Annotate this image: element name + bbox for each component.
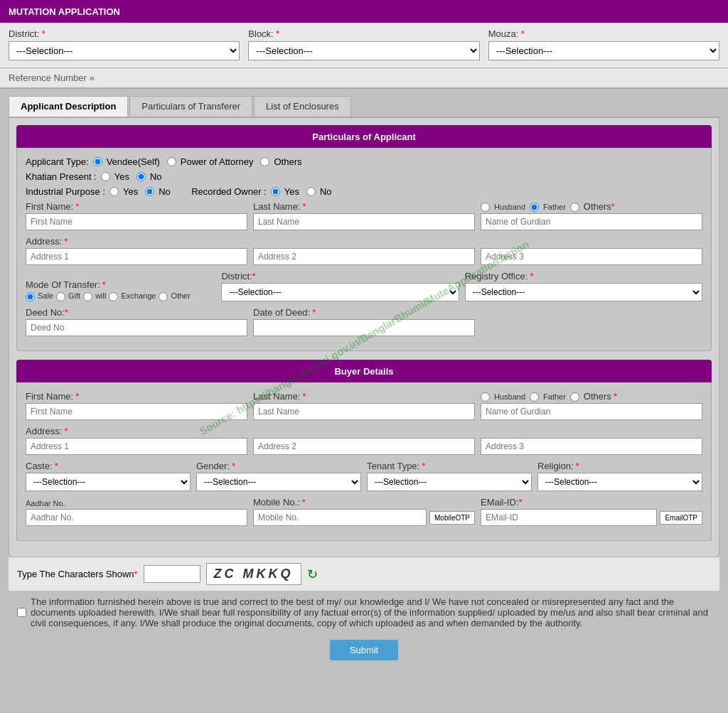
radio-exchange[interactable]	[109, 292, 118, 301]
buyer-address-row: Address: *	[26, 426, 702, 455]
radio-father[interactable]	[530, 203, 539, 212]
radio-recorded-yes[interactable]	[271, 187, 280, 196]
label-power-attorney: Power of Attorney	[181, 156, 254, 167]
mobile-input[interactable]	[253, 509, 427, 526]
mobile-otp-button[interactable]: MobileOTP	[429, 511, 475, 525]
mouza-label: Mouza: *	[488, 28, 719, 39]
label-recorded-yes: Yes	[284, 186, 299, 197]
label-industrial-no: No	[159, 186, 171, 197]
form-container: Source: https://banglarbhumi.gov.in/Bang…	[9, 117, 719, 557]
guardian-name-input[interactable]	[481, 213, 702, 230]
buyer-guardian-input[interactable]	[481, 403, 702, 420]
buyer-address2-input[interactable]	[253, 438, 475, 455]
buyer-address3-input[interactable]	[481, 438, 702, 455]
first-name-input[interactable]	[26, 213, 247, 230]
main-content: Applicant Description Particulars of Tra…	[0, 89, 728, 673]
name-row: First Name: * Last Name: * Husband	[26, 201, 702, 230]
registry-select[interactable]: ---Selection---	[465, 283, 702, 301]
deed-no-input[interactable]	[26, 319, 247, 336]
radio-vendee[interactable]	[93, 157, 102, 166]
district-field-group: District: * ---Selection---	[9, 28, 240, 60]
label-khatian-yes: Yes	[114, 171, 129, 182]
religion-label: Religion: *	[537, 461, 702, 471]
address3-col	[481, 238, 702, 265]
submit-button[interactable]: Submit	[330, 640, 398, 660]
buyer-address-col: Address: *	[26, 426, 247, 455]
address2-input[interactable]	[253, 248, 475, 265]
mouza-select[interactable]: ---Selection---	[488, 41, 719, 60]
label-husband: Husband	[494, 203, 525, 211]
label-buyer-others: Others *	[584, 391, 617, 402]
tab-applicant-description[interactable]: Applicant Description	[9, 96, 128, 117]
email-otp-button[interactable]: EmailOTP	[660, 511, 702, 525]
label-vendee: Vendee(Self)	[107, 156, 160, 167]
applicant-type-label: Applicant Type:	[26, 156, 89, 167]
radio-buyer-others[interactable]	[570, 392, 579, 402]
aadhar-label: Aadhar No.	[26, 499, 247, 508]
label-industrial-yes: Yes	[123, 186, 138, 197]
buyer-contact-row: Aadhar No. Mobile No.: * MobileOTP	[26, 497, 702, 526]
radio-khatian-no[interactable]	[136, 172, 146, 181]
captcha-refresh-icon[interactable]: ↻	[307, 567, 318, 582]
caste-select[interactable]: ---Selection---	[26, 473, 191, 491]
industrial-label: Industrial Purpose :	[26, 186, 105, 197]
block-label: Block: *	[248, 28, 479, 39]
address3-input[interactable]	[481, 248, 702, 265]
buyer-header: Buyer Details	[16, 360, 712, 382]
religion-select[interactable]: ---Selection---	[537, 473, 702, 491]
label-gift: Gift	[68, 291, 80, 300]
deed-date-input[interactable]: 25/07/2020	[253, 319, 475, 336]
radio-buyer-father[interactable]	[530, 392, 539, 402]
captcha-image: ZC MKKQ	[206, 563, 301, 585]
radio-others[interactable]	[260, 157, 269, 166]
disclaimer-checkbox[interactable]	[17, 596, 26, 628]
particulars-section: Particulars of Applicant Applicant Type:…	[16, 125, 712, 351]
radio-will[interactable]	[83, 292, 92, 301]
first-name-col: First Name: *	[26, 201, 247, 230]
particulars-body: Applicant Type: Vendee(Self) Power of At…	[16, 148, 712, 351]
radio-other[interactable]	[159, 292, 168, 301]
buyer-address-label: Address: *	[26, 426, 247, 436]
email-input[interactable]	[481, 509, 657, 526]
radio-buyer-husband[interactable]	[481, 392, 490, 402]
radio-gift[interactable]	[56, 292, 65, 301]
address2-col	[253, 238, 475, 265]
label-sale: Sale	[38, 291, 53, 300]
address-row: Address: *	[26, 236, 702, 265]
block-select[interactable]: ---Selection---	[248, 41, 479, 60]
aadhar-input[interactable]	[26, 509, 247, 526]
buyer-body: First Name: * Last Name: * Husband	[16, 382, 712, 541]
deed-date-label: Date of Deed: *	[253, 307, 475, 318]
radio-recorded-no[interactable]	[306, 187, 316, 196]
radio-husband[interactable]	[481, 203, 490, 212]
label-father: Father	[543, 203, 566, 211]
buyer-address1-input[interactable]	[26, 438, 247, 455]
deed-date-col: Date of Deed: * 25/07/2020	[253, 307, 475, 336]
radio-khatian-yes[interactable]	[101, 172, 110, 181]
tenant-select[interactable]: ---Selection---	[367, 473, 532, 491]
registry-col: Registry Office: * ---Selection---	[465, 271, 702, 301]
deed-no-label: Deed No:*	[26, 307, 247, 318]
last-name-input[interactable]	[253, 213, 475, 230]
recorded-label: Recorded Owner :	[191, 186, 267, 197]
captcha-input[interactable]	[144, 565, 200, 583]
buyer-address2-spacer	[253, 428, 475, 436]
address1-input[interactable]	[26, 248, 247, 265]
district2-select[interactable]: ---Selection---	[221, 283, 459, 301]
district-label: District: *	[9, 28, 240, 39]
buyer-first-name-input[interactable]	[26, 403, 247, 420]
radio-sale[interactable]	[26, 292, 35, 301]
tab-list-enclosures[interactable]: List of Enclosures	[254, 96, 351, 117]
radio-power-attorney[interactable]	[167, 157, 176, 166]
label-guardian-others: Others*	[584, 201, 615, 212]
guardian-radios: Husband Father Others*	[481, 201, 702, 213]
buyer-address3-col	[481, 428, 702, 455]
tab-particulars-transferer[interactable]: Particulars of Transferer	[129, 96, 252, 117]
buyer-last-name-input[interactable]	[253, 403, 475, 420]
radio-industrial-no[interactable]	[145, 187, 154, 196]
buyer-address2-col	[253, 428, 475, 455]
radio-industrial-yes[interactable]	[109, 187, 119, 196]
radio-guardian-others[interactable]	[570, 203, 579, 212]
district-select[interactable]: ---Selection---	[9, 41, 240, 60]
gender-select[interactable]: ---Selection---	[196, 473, 361, 491]
